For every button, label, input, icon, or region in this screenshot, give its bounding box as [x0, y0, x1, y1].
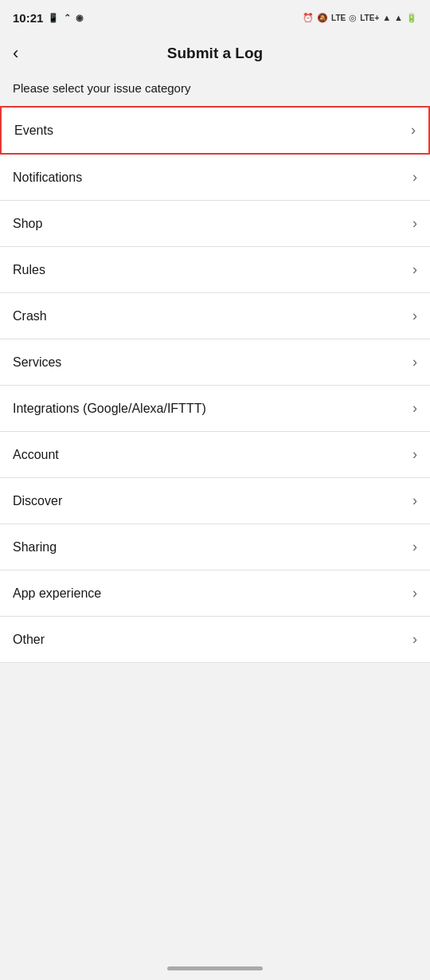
chevron-right-icon: ›	[411, 122, 416, 139]
list-item-label: Shop	[13, 217, 42, 231]
status-icon-music: ◉	[76, 13, 84, 23]
status-right: ⏰ 🔕 LTE ◎ LTE+ ▲ ▲ 🔋	[303, 13, 417, 23]
status-icon-lte2: LTE+	[360, 14, 379, 22]
list-item[interactable]: Events›	[0, 106, 430, 155]
list-item[interactable]: Integrations (Google/Alexa/IFTTT)›	[0, 386, 430, 432]
chevron-right-icon: ›	[412, 539, 417, 555]
chevron-right-icon: ›	[412, 446, 417, 463]
subtitle: Please select your issue category	[0, 75, 430, 106]
list-item-label: Other	[13, 633, 45, 647]
list-item-label: Sharing	[13, 540, 57, 555]
list-item-label: Crash	[13, 309, 47, 323]
list-item[interactable]: Discover›	[0, 478, 430, 524]
status-icon-vibrate: 🔕	[317, 13, 328, 23]
list-item[interactable]: Services›	[0, 339, 430, 386]
list-item-label: App experience	[13, 586, 101, 601]
list-item[interactable]: Account›	[0, 432, 430, 478]
chevron-right-icon: ›	[412, 354, 417, 370]
chevron-right-icon: ›	[412, 169, 417, 186]
list-item[interactable]: Crash›	[0, 293, 430, 339]
list-item[interactable]: Shop›	[0, 201, 430, 247]
chevron-right-icon: ›	[412, 261, 417, 278]
chevron-right-icon: ›	[412, 631, 417, 648]
list-item[interactable]: Notifications›	[0, 155, 430, 201]
list-item[interactable]: Rules›	[0, 247, 430, 293]
status-left: 10:21 📱 ⌃ ◉	[13, 11, 84, 25]
status-icon-phone: 📱	[48, 13, 59, 23]
chevron-right-icon: ›	[412, 400, 417, 417]
list-item[interactable]: Sharing›	[0, 524, 430, 570]
status-icon-lte1: LTE	[331, 14, 346, 22]
status-bar: 10:21 📱 ⌃ ◉ ⏰ 🔕 LTE ◎ LTE+ ▲ ▲ 🔋	[0, 0, 430, 32]
list-item-label: Services	[13, 355, 61, 370]
category-list: Events›Notifications›Shop›Rules›Crash›Se…	[0, 106, 430, 663]
chevron-right-icon: ›	[412, 215, 417, 232]
status-icon-arrow: ⌃	[64, 13, 71, 23]
list-item-label: Notifications	[13, 171, 82, 185]
chevron-right-icon: ›	[412, 492, 417, 509]
back-button[interactable]: ‹	[13, 41, 25, 65]
status-icon-signal1: ▲	[382, 13, 391, 22]
chevron-right-icon: ›	[412, 585, 417, 602]
list-item-label: Rules	[13, 263, 45, 277]
header: ‹ Submit a Log	[0, 32, 430, 75]
chevron-right-icon: ›	[412, 308, 417, 324]
status-icon-battery: 🔋	[406, 13, 417, 23]
list-item-label: Discover	[13, 494, 62, 508]
status-icon-signal2: ▲	[394, 13, 403, 22]
list-item[interactable]: Other›	[0, 617, 430, 663]
list-item-label: Events	[14, 123, 53, 138]
list-item-label: Integrations (Google/Alexa/IFTTT)	[13, 402, 206, 416]
home-indicator	[167, 966, 263, 970]
status-icon-alarm: ⏰	[303, 13, 314, 23]
list-item[interactable]: App experience›	[0, 570, 430, 617]
page-title: Submit a Log	[167, 45, 263, 62]
status-time: 10:21	[13, 11, 43, 25]
status-icon-wifi: ◎	[349, 13, 357, 23]
list-item-label: Account	[13, 448, 59, 462]
